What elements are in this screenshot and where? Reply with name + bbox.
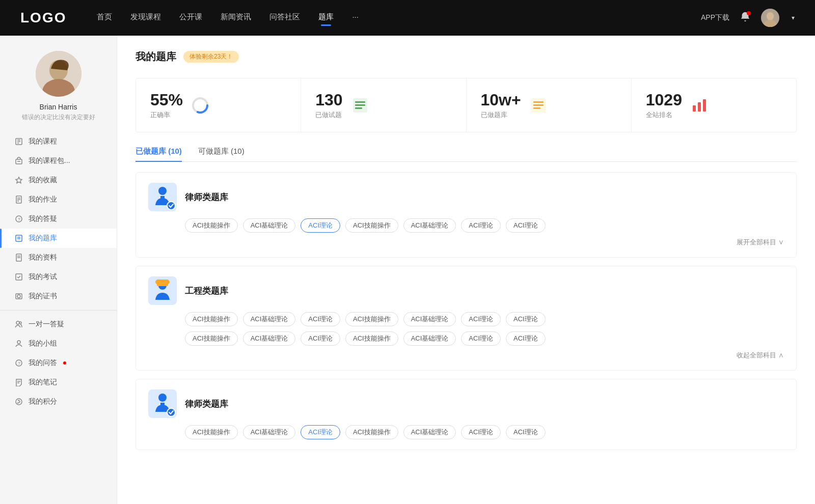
svg-rect-45 — [533, 101, 544, 103]
tag[interactable]: ACI技能操作 — [185, 312, 238, 326]
done-questions-block: 130 已做试题 — [315, 91, 342, 120]
tag[interactable]: ACI理论 — [461, 425, 501, 439]
sidebar-item-notes[interactable]: 我的笔记 — [0, 373, 117, 392]
sidebar-item-course[interactable]: 我的课程 — [0, 132, 117, 151]
sidebar-item-label: 我的收藏 — [29, 176, 57, 185]
main-content: 我的题库 体验剩余23天！ 55% 正确率 — [117, 36, 815, 504]
tag[interactable]: ACI理论 — [461, 218, 501, 233]
cert-icon — [14, 292, 23, 301]
tag[interactable]: ACI理论 — [301, 331, 340, 346]
stats-row: 55% 正确率 130 已做试题 — [135, 78, 797, 132]
sidebar: Brian Harris 错误的决定比没有决定要好 我的课程 我的课程包... … — [0, 36, 117, 504]
tag[interactable]: ACI理论 — [506, 218, 546, 233]
svg-rect-50 — [703, 99, 706, 111]
sidebar-item-label: 我的问答 — [29, 358, 57, 368]
svg-rect-19 — [16, 235, 22, 241]
tag[interactable]: ACI基础理论 — [403, 425, 456, 439]
exam-icon — [14, 272, 23, 282]
sidebar-username: Brian Harris — [0, 103, 117, 111]
logo[interactable]: LOGO — [20, 10, 66, 26]
sidebar-item-label: 我的笔记 — [29, 378, 57, 387]
tag-active[interactable]: ACI理论 — [301, 218, 340, 233]
tag[interactable]: ACI技能操作 — [185, 331, 238, 346]
tag[interactable]: ACI理论 — [506, 331, 546, 346]
done-questions-label: 已做试题 — [315, 110, 342, 120]
sidebar-item-package[interactable]: 我的课程包... — [0, 151, 117, 171]
sidebar-item-exam[interactable]: 我的考试 — [0, 267, 117, 287]
tag[interactable]: ACI基础理论 — [403, 312, 456, 326]
tag[interactable]: ACI技能操作 — [185, 425, 238, 439]
sidebar-item-cert[interactable]: 我的证书 — [0, 287, 117, 306]
svg-rect-49 — [698, 102, 701, 111]
lawyer-icon-wrap — [148, 183, 177, 211]
app-download-link[interactable]: APP下载 — [701, 13, 729, 22]
rank-block: 1029 全站排名 — [646, 91, 682, 120]
tag[interactable]: ACI基础理论 — [243, 218, 296, 233]
done-quizbanks-label: 已做题库 — [481, 110, 521, 120]
sidebar-item-files[interactable]: 我的资料 — [0, 248, 117, 267]
tag[interactable]: ACI理论 — [461, 331, 501, 346]
tag[interactable]: ACI基础理论 — [403, 218, 456, 233]
expand-link[interactable]: 展开全部科目 ∨ — [737, 238, 784, 247]
tag[interactable]: ACI基础理论 — [243, 425, 296, 439]
nav-opencourse[interactable]: 公开课 — [179, 12, 202, 24]
tag[interactable]: ACI技能操作 — [345, 218, 398, 233]
page-title: 我的题库 — [135, 50, 176, 64]
hardhat-icon-bg — [148, 276, 177, 305]
tag[interactable]: ACI基础理论 — [243, 312, 296, 326]
nav-home[interactable]: 首页 — [97, 12, 112, 24]
stat-accuracy: 55% 正确率 — [136, 78, 301, 132]
nav-more[interactable]: ··· — [352, 12, 359, 24]
engineer-tags-row2: ACI技能操作 ACI基础理论 ACI理论 ACI技能操作 ACI基础理论 AC… — [185, 331, 784, 346]
tag[interactable]: ACI技能操作 — [185, 218, 238, 233]
nav-qa[interactable]: 问答社区 — [269, 12, 300, 24]
quiz-card-lawyer-2: 律师类题库 ACI技能操作 ACI基础理论 ACI理论 ACI技能操作 ACI基… — [135, 379, 797, 450]
svg-point-30 — [17, 341, 20, 344]
sidebar-item-questions[interactable]: ? 我的问答 — [0, 353, 117, 373]
lawyer-card-title: 律师类题库 — [185, 191, 228, 203]
tag[interactable]: ACI技能操作 — [345, 312, 398, 326]
qa-icon: ? — [14, 214, 23, 223]
collapse-link[interactable]: 收起全部科目 ∧ — [737, 351, 784, 360]
nav-news[interactable]: 新闻资讯 — [221, 12, 251, 24]
unread-dot — [63, 361, 66, 365]
star-icon — [14, 176, 23, 185]
notification-bell[interactable] — [740, 11, 751, 24]
svg-rect-52 — [160, 196, 165, 199]
tag[interactable]: ACI基础理论 — [243, 331, 296, 346]
avatar-chevron[interactable]: ▾ — [792, 14, 795, 21]
tag[interactable]: ACI理论 — [506, 425, 546, 439]
sidebar-item-group[interactable]: 我的小组 — [0, 334, 117, 353]
sidebar-item-qa[interactable]: ? 我的答疑 — [0, 209, 117, 229]
avatar-image — [761, 9, 779, 27]
sidebar-item-label: 我的作业 — [29, 195, 57, 204]
tag[interactable]: ACI技能操作 — [345, 425, 398, 439]
navbar: LOGO 首页 发现课程 公开课 新闻资讯 问答社区 题库 ··· APP下载 … — [0, 0, 815, 36]
tag[interactable]: ACI技能操作 — [345, 331, 398, 346]
tab-available[interactable]: 可做题库 (10) — [198, 147, 244, 161]
stat-done-quizbanks: 10w+ 已做题库 — [467, 78, 632, 132]
book-icon — [529, 96, 548, 115]
sidebar-item-label: 一对一答疑 — [29, 320, 64, 329]
sidebar-avatar-wrap — [0, 51, 117, 97]
verified-checkmark2 — [167, 408, 176, 417]
tag[interactable]: ACI理论 — [461, 312, 501, 326]
sidebar-item-homework[interactable]: 我的作业 — [0, 190, 117, 209]
svg-rect-58 — [160, 403, 165, 406]
nav-quiz[interactable]: 题库 — [318, 12, 334, 24]
lawyer-card-footer: 展开全部科目 ∨ — [148, 238, 784, 247]
sidebar-item-points[interactable]: 我的积分 — [0, 392, 117, 411]
sidebar-item-quiz[interactable]: 我的题库 — [0, 229, 117, 248]
quiz-card-lawyer-1: 律师类题库 ACI技能操作 ACI基础理论 ACI理论 ACI技能操作 ACI基… — [135, 172, 797, 258]
tag-active[interactable]: ACI理论 — [301, 425, 340, 439]
tag[interactable]: ACI理论 — [506, 312, 546, 326]
stat-rank: 1029 全站排名 — [632, 78, 796, 132]
tag[interactable]: ACI理论 — [301, 312, 340, 326]
sidebar-item-one-on-one[interactable]: 一对一答疑 — [0, 315, 117, 334]
user-avatar[interactable] — [761, 9, 779, 27]
tab-done[interactable]: 已做题库 (10) — [135, 147, 182, 161]
sidebar-item-favorites[interactable]: 我的收藏 — [0, 171, 117, 190]
nav-discover[interactable]: 发现课程 — [130, 12, 161, 24]
lawyer2-card-title: 律师类题库 — [185, 398, 228, 410]
tag[interactable]: ACI基础理论 — [403, 331, 456, 346]
